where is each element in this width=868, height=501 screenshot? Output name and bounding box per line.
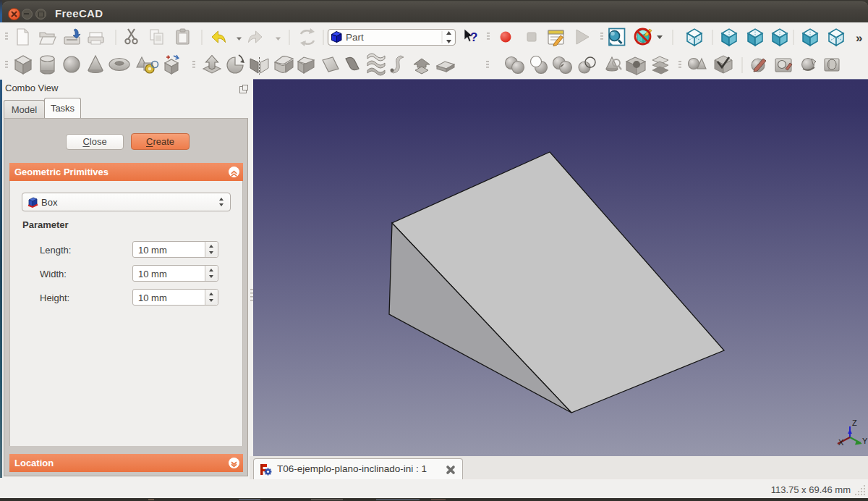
svg-text:»: » <box>856 31 862 45</box>
svg-text:Z: Z <box>852 418 857 427</box>
svg-text:Y: Y <box>862 437 868 445</box>
svg-text:Part: Part <box>346 32 364 43</box>
svg-text:?: ? <box>470 30 477 44</box>
svg-text:X: X <box>838 438 844 447</box>
